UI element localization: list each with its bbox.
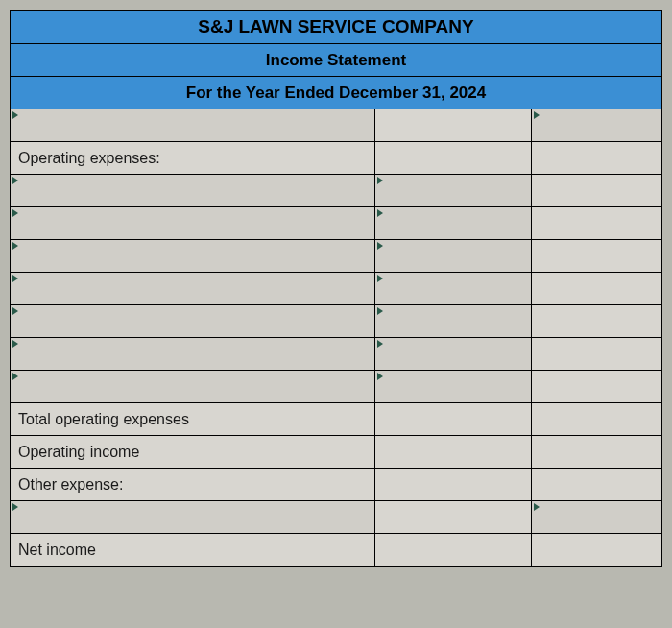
amt1-input[interactable] [375,207,532,240]
amt2-cell [532,207,662,240]
desc-input[interactable] [11,240,375,273]
desc-input[interactable] [11,207,375,240]
desc-input[interactable] [11,501,375,534]
total-operating-expenses-row: Total operating expenses [11,403,662,436]
other-expense-label: Other expense: [11,469,375,501]
expense-line-5 [11,305,662,338]
desc-input[interactable] [11,273,375,305]
amt1-input[interactable] [375,273,532,305]
amt2-cell [532,534,662,567]
amt1-input[interactable] [375,240,532,273]
period-row: For the Year Ended December 31, 2024 [11,77,662,109]
amt1-cell [375,436,532,469]
amt2-cell [532,273,662,305]
expense-line-2 [11,207,662,240]
expense-line-1 [11,175,662,207]
company-name: S&J LAWN SERVICE COMPANY [11,11,662,44]
desc-input[interactable] [11,371,375,403]
amt2-input[interactable] [532,501,662,534]
amt1-input[interactable] [375,371,532,403]
amt2-cell [532,142,662,175]
desc-input[interactable] [11,338,375,371]
amt2-cell [532,305,662,338]
income-statement-table: S&J LAWN SERVICE COMPANY Income Statemen… [10,10,662,567]
expense-line-3 [11,240,662,273]
amt1-cell [375,534,532,567]
other-expense-line [11,501,662,534]
statement-title-row: Income Statement [11,44,662,77]
desc-input[interactable] [11,109,375,142]
amt2-cell [532,338,662,371]
amt1-input[interactable] [375,175,532,207]
amt2-cell [532,371,662,403]
amt2-cell [532,469,662,501]
other-expense-row: Other expense: [11,469,662,501]
amt1-cell [375,403,532,436]
operating-income-row: Operating income [11,436,662,469]
total-operating-expenses-label: Total operating expenses [11,403,375,436]
amt1-cell [375,469,532,501]
amt2-cell [532,403,662,436]
net-income-label: Net income [11,534,375,567]
amt1-cell [375,142,532,175]
expense-line-4 [11,273,662,305]
amt1-cell [375,109,532,142]
period-text: For the Year Ended December 31, 2024 [11,77,662,109]
amt2-cell [532,436,662,469]
amt2-cell [532,175,662,207]
desc-input[interactable] [11,305,375,338]
desc-input[interactable] [11,175,375,207]
amt1-input[interactable] [375,305,532,338]
operating-expenses-row: Operating expenses: [11,142,662,175]
amt2-input[interactable] [532,109,662,142]
operating-income-label: Operating income [11,436,375,469]
company-header-row: S&J LAWN SERVICE COMPANY [11,11,662,44]
amt1-cell [375,501,532,534]
amt1-input[interactable] [375,338,532,371]
blank-row-1 [11,109,662,142]
operating-expenses-label: Operating expenses: [11,142,375,175]
expense-line-7 [11,371,662,403]
statement-title: Income Statement [11,44,662,77]
expense-line-6 [11,338,662,371]
net-income-row: Net income [11,534,662,567]
amt2-cell [532,240,662,273]
